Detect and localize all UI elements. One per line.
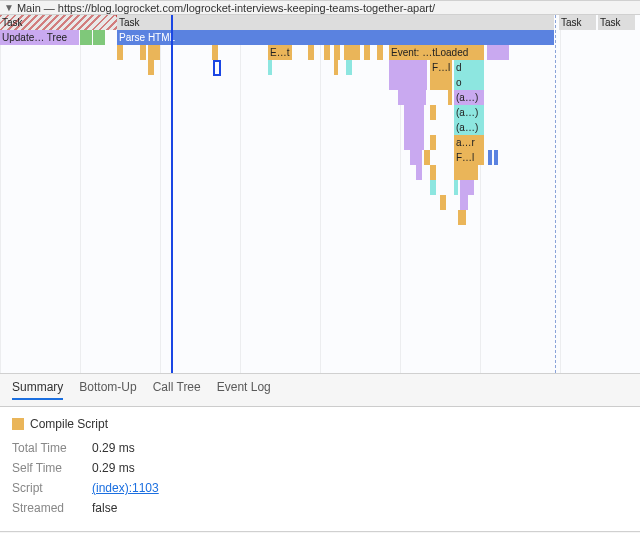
flame-entry[interactable] [424,150,430,165]
boundary-marker [555,15,556,373]
flame-entry[interactable] [389,60,427,75]
flame-entry[interactable] [93,30,105,45]
flame-entry[interactable] [430,135,436,150]
total-time-label: Total Time [12,441,82,455]
flame-entry[interactable] [377,45,383,60]
flame-entry[interactable]: o [454,75,484,90]
flame-entry[interactable]: (a…) [454,120,484,135]
flame-entry[interactable] [346,60,352,75]
flame-entry[interactable] [430,165,436,180]
flame-entry[interactable] [494,150,498,165]
flame-row [0,180,640,195]
flame-row: o [0,75,640,90]
performance-panel: ▼ Main — https://blog.logrocket.com/logr… [0,0,640,533]
flame-entry[interactable]: (a…) [454,90,484,105]
flame-row: (a…) [0,90,640,105]
flame-entry[interactable] [404,120,424,135]
flame-entry[interactable]: E…t [268,45,292,60]
flame-entry[interactable] [454,165,478,180]
flame-entry[interactable]: Parse HTML [117,30,554,45]
flame-entry[interactable] [404,135,424,150]
flame-row: (a…) [0,120,640,135]
self-time-label: Self Time [12,461,82,475]
selected-entry-outline [213,60,221,76]
flame-entry[interactable] [440,195,446,210]
flame-entry[interactable] [488,150,492,165]
flame-entry[interactable]: F…l [430,60,452,75]
flame-entry[interactable] [410,150,422,165]
flame-entry[interactable] [454,180,458,195]
tab-call-tree[interactable]: Call Tree [153,380,201,400]
thread-header[interactable]: ▼ Main — https://blog.logrocket.com/logr… [0,0,640,15]
script-label: Script [12,481,82,495]
flame-row: (a…) [0,105,640,120]
flame-rows: TaskTaskTaskTaskUpdate… TreeParse HTMLE…… [0,15,640,225]
flame-entry[interactable] [364,45,370,60]
flame-row: F…l [0,150,640,165]
flame-row [0,165,640,180]
flame-row: E…tEvent: …tLoaded [0,45,640,60]
flame-entry[interactable]: (a…) [454,105,484,120]
category-swatch-icon [12,418,24,430]
flame-entry[interactable] [140,45,146,60]
flame-row: TaskTaskTaskTask [0,15,640,30]
flame-entry[interactable] [80,30,92,45]
flame-entry[interactable]: F…l [454,150,484,165]
flame-row [0,210,640,225]
flame-entry[interactable]: a…r [454,135,484,150]
flame-entry[interactable] [324,45,330,60]
flame-entry[interactable]: Task [117,15,554,30]
flame-entry[interactable]: Task [598,15,635,30]
flame-entry[interactable] [460,195,468,210]
flame-entry[interactable]: Task [559,15,596,30]
entry-name: Compile Script [30,417,108,431]
thread-title: Main — https://blog.logrocket.com/logroc… [17,2,435,14]
flame-row: Update… TreeParse HTML [0,30,640,45]
flame-entry[interactable] [487,45,509,60]
details-tabs: SummaryBottom-UpCall TreeEvent Log [0,373,640,407]
tab-event-log[interactable]: Event Log [217,380,271,400]
flame-row [0,195,640,210]
flame-entry[interactable] [430,105,436,120]
streamed-label: Streamed [12,501,82,515]
flame-entry[interactable] [148,60,154,75]
flame-entry[interactable] [308,45,314,60]
streamed-value: false [92,501,117,515]
flame-row: a…r [0,135,640,150]
flame-chart[interactable]: TaskTaskTaskTaskUpdate… TreeParse HTMLE…… [0,15,640,373]
flame-entry[interactable] [268,60,272,75]
flame-entry[interactable] [334,45,340,60]
flame-entry[interactable] [212,45,218,60]
flame-entry[interactable] [448,90,452,105]
self-time-value: 0.29 ms [92,461,135,475]
flame-entry[interactable] [430,75,452,90]
flame-entry[interactable] [148,45,160,60]
collapse-triangle-icon[interactable]: ▼ [4,2,14,13]
script-link[interactable]: (index):1103 [92,481,159,495]
flame-entry[interactable]: d [454,60,484,75]
flame-entry[interactable] [398,90,426,105]
flame-entry[interactable] [344,45,360,60]
flame-entry[interactable] [117,45,123,60]
flame-entry[interactable]: Update… Tree [0,30,79,45]
flame-entry[interactable] [458,210,466,225]
flame-entry[interactable] [334,60,338,75]
flame-entry[interactable] [430,180,436,195]
flame-entry[interactable]: Task [0,15,117,30]
tab-summary[interactable]: Summary [12,380,63,400]
flame-entry[interactable]: Event: …tLoaded [389,45,484,60]
flame-entry[interactable] [460,180,474,195]
flame-entry[interactable] [389,75,427,90]
total-time-value: 0.29 ms [92,441,135,455]
summary-pane: Compile Script Total Time 0.29 ms Self T… [0,407,640,531]
tab-bottom-up[interactable]: Bottom-Up [79,380,136,400]
flame-entry[interactable] [416,165,422,180]
time-cursor[interactable] [171,15,173,373]
flame-row: F…ld [0,60,640,75]
flame-entry[interactable] [404,105,424,120]
